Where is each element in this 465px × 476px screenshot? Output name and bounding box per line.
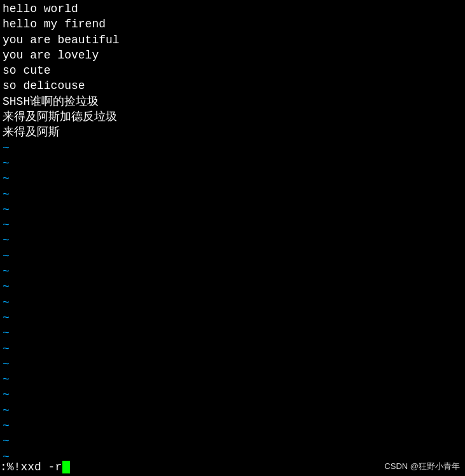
content-line: so cute bbox=[3, 63, 462, 78]
content-line: 来得及阿斯 bbox=[3, 125, 462, 140]
content-line: 来得及阿斯加德反垃圾 bbox=[3, 109, 462, 125]
tilde-line: ~ bbox=[3, 418, 462, 433]
content-line: you are beautiful bbox=[3, 32, 462, 48]
tilde-line: ~ bbox=[3, 217, 462, 233]
tilde-line: ~ bbox=[3, 140, 462, 156]
tilde-line: ~ bbox=[3, 310, 462, 325]
command-line[interactable]: :%!xxd -r bbox=[0, 459, 70, 475]
content-line: you are lovely bbox=[3, 48, 462, 63]
content-line: hello world bbox=[3, 1, 462, 17]
command-text: :%!xxd -r bbox=[0, 459, 62, 475]
tilde-line: ~ bbox=[3, 295, 462, 310]
tilde-line: ~ bbox=[3, 248, 462, 264]
content-line: SHSH谁啊的捡垃圾 bbox=[3, 94, 462, 109]
tilde-line: ~ bbox=[3, 387, 462, 402]
terminal: hello worldhello my firendyou are beauti… bbox=[0, 0, 465, 476]
tilde-line: ~ bbox=[3, 233, 462, 248]
tilde-line: ~ bbox=[3, 279, 462, 294]
tilde-line: ~ bbox=[3, 357, 462, 372]
tilde-line: ~ bbox=[3, 187, 462, 202]
tilde-line: ~ bbox=[3, 264, 462, 279]
tilde-line: ~ bbox=[3, 171, 462, 186]
content-line: hello my firend bbox=[3, 17, 462, 32]
tilde-line: ~ bbox=[3, 325, 462, 341]
content-line: so delicouse bbox=[3, 78, 462, 93]
tilde-line: ~ bbox=[3, 341, 462, 357]
terminal-content: hello worldhello my firendyou are beauti… bbox=[3, 1, 462, 476]
watermark: CSDN @狂野小青年 bbox=[384, 461, 460, 472]
tilde-line: ~ bbox=[3, 202, 462, 217]
tilde-line: ~ bbox=[3, 156, 462, 171]
tilde-line: ~ bbox=[3, 433, 462, 449]
tilde-line: ~ bbox=[3, 372, 462, 387]
tilde-line: ~ bbox=[3, 403, 462, 418]
cursor bbox=[62, 461, 70, 473]
